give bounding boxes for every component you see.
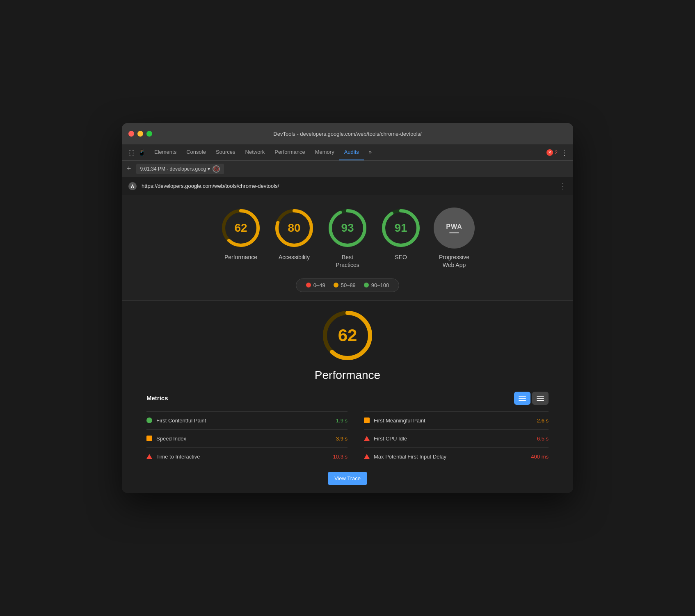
fmp-icon	[364, 418, 370, 423]
site-url: https://developers.google.com/web/tools/…	[142, 183, 554, 189]
error-badge[interactable]: ✕ 2	[546, 149, 558, 156]
fmp-label: First Meaningful Paint	[374, 418, 533, 424]
traffic-lights	[128, 131, 152, 137]
seo-score-label: SEO	[395, 253, 407, 261]
perf-big-score-value: 62	[338, 326, 357, 345]
list-view-button[interactable]	[532, 392, 549, 405]
performance-score-value: 62	[234, 221, 247, 235]
new-tab-icon[interactable]: +	[127, 164, 131, 173]
devtools-content: A https://developers.google.com/web/tool…	[122, 177, 573, 493]
fci-icon	[364, 436, 370, 441]
tab-sources[interactable]: Sources	[211, 144, 240, 160]
si-icon	[146, 436, 152, 441]
tab-elements[interactable]: Elements	[149, 144, 181, 160]
address-tab-label: 9:01:34 PM - developers.goog ▾	[140, 166, 210, 172]
metrics-section: Metrics	[146, 392, 549, 465]
tab-network[interactable]: Network	[240, 144, 270, 160]
grid-view-button[interactable]	[514, 392, 530, 405]
metrics-label: Metrics	[146, 395, 168, 402]
tab-memory[interactable]: Memory	[310, 144, 339, 160]
tab-audits[interactable]: Audits	[339, 144, 364, 160]
pwa-label: PWA	[446, 223, 462, 230]
tab-console[interactable]: Console	[181, 144, 211, 160]
title-bar: DevTools - developers.google.com/web/too…	[122, 123, 573, 144]
mpfid-icon	[364, 454, 370, 459]
seo-circle: 91	[380, 208, 421, 249]
legend-green: 90–100	[364, 282, 389, 288]
performance-detail-panel: 62 Performance Metrics	[122, 301, 573, 493]
fcp-label: First Contentful Paint	[156, 418, 332, 424]
devtools-tabs-bar: ⬚ 📱 Elements Console Sources Network Per…	[122, 144, 573, 161]
legend-green-range: 90–100	[371, 282, 389, 288]
audit-scores-panel: 62 Performance 80 Accessibility	[122, 195, 573, 300]
devtools-page-menu-icon[interactable]: ⋮	[559, 182, 567, 191]
address-tab[interactable]: 9:01:34 PM - developers.goog ▾ 🚫	[136, 164, 224, 174]
metric-first-cpu-idle: First CPU Idle 6.5 s	[364, 429, 549, 447]
fmp-value: 2.6 s	[537, 418, 549, 424]
minimize-button[interactable]	[137, 131, 143, 137]
metrics-right-col: First Meaningful Paint 2.6 s First CPU I…	[348, 411, 549, 465]
tti-icon	[146, 454, 152, 459]
devtools-more-icon[interactable]: ⋮	[561, 148, 568, 157]
device-icon[interactable]: 📱	[138, 148, 146, 156]
view-trace-button[interactable]: View Trace	[328, 472, 367, 485]
score-performance[interactable]: 62 Performance	[220, 208, 261, 261]
error-x-icon: ✕	[546, 149, 553, 156]
no-cache-icon: 🚫	[213, 165, 220, 173]
legend-red: 0–49	[306, 282, 325, 288]
perf-big-score-circle: 62	[321, 309, 374, 362]
score-seo[interactable]: 91 SEO	[380, 208, 421, 261]
tti-value: 10.3 s	[333, 454, 348, 460]
close-button[interactable]	[128, 131, 134, 137]
best-practices-circle: 93	[327, 208, 368, 249]
view-toggle	[514, 392, 549, 405]
fci-value: 6.5 s	[537, 436, 549, 442]
legend-orange-dot	[334, 283, 338, 287]
score-accessibility[interactable]: 80 Accessibility	[274, 208, 315, 261]
site-favicon: A	[128, 182, 137, 190]
list-icon	[537, 396, 544, 401]
fci-label: First CPU Idle	[374, 436, 533, 442]
score-pwa[interactable]: PWA ProgressiveWeb App	[434, 208, 475, 268]
accessibility-circle: 80	[274, 208, 315, 249]
window-title: DevTools - developers.google.com/web/too…	[273, 131, 421, 137]
pwa-circle: PWA	[434, 208, 475, 249]
tti-label: Time to Interactive	[156, 454, 329, 460]
performance-score-label: Performance	[224, 253, 257, 261]
address-bar: + 9:01:34 PM - developers.goog ▾ 🚫	[122, 161, 573, 177]
score-best-practices[interactable]: 93 BestPractices	[327, 208, 368, 268]
legend-orange-range: 50–89	[341, 282, 356, 288]
seo-score-value: 91	[394, 221, 407, 235]
si-label: Speed Index	[156, 436, 332, 442]
accessibility-score-label: Accessibility	[279, 253, 310, 261]
best-practices-score-value: 93	[341, 221, 354, 235]
si-value: 3.9 s	[336, 436, 348, 442]
legend-red-range: 0–49	[313, 282, 325, 288]
metrics-grid: First Contentful Paint 1.9 s Speed Index…	[146, 411, 549, 465]
mpfid-value: 400 ms	[531, 454, 549, 460]
legend-orange: 50–89	[334, 282, 356, 288]
performance-detail-title: Performance	[315, 369, 380, 382]
metric-max-potential-fid: Max Potential First Input Delay 400 ms	[364, 447, 549, 465]
accessibility-score-value: 80	[288, 221, 300, 235]
pwa-dash-icon	[449, 232, 459, 233]
devtools-url-bar: A https://developers.google.com/web/tool…	[122, 177, 573, 195]
performance-circle: 62	[220, 208, 261, 249]
pwa-score-label: ProgressiveWeb App	[439, 253, 469, 268]
tab-more[interactable]: »	[364, 144, 377, 160]
metric-speed-index: Speed Index 3.9 s	[146, 429, 348, 447]
fcp-icon	[146, 418, 152, 423]
scores-row: 62 Performance 80 Accessibility	[220, 208, 475, 268]
fcp-value: 1.9 s	[336, 418, 348, 424]
legend-green-dot	[364, 283, 369, 287]
tab-performance[interactable]: Performance	[270, 144, 310, 160]
inspect-icon[interactable]: ⬚	[128, 148, 135, 156]
browser-window: DevTools - developers.google.com/web/too…	[122, 123, 573, 493]
metrics-left-col: First Contentful Paint 1.9 s Speed Index…	[146, 411, 348, 465]
grid-icon	[519, 396, 526, 401]
maximize-button[interactable]	[146, 131, 152, 137]
legend-red-dot	[306, 283, 311, 287]
metric-first-contentful-paint: First Contentful Paint 1.9 s	[146, 411, 348, 429]
metric-first-meaningful-paint: First Meaningful Paint 2.6 s	[364, 411, 549, 429]
metric-time-to-interactive: Time to Interactive 10.3 s	[146, 447, 348, 465]
